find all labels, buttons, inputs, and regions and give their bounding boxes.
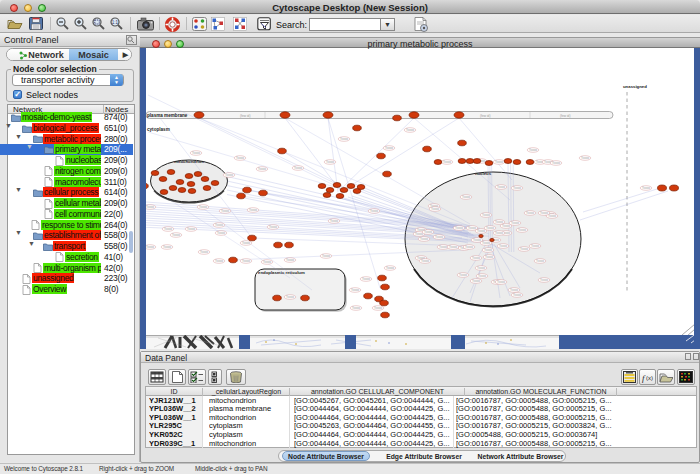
svg-text:mitochondrion: mitochondrion [174, 159, 204, 164]
svg-text:Yxxxxx: Yxxxxx [439, 245, 448, 249]
svg-text:Yxxxxx: Yxxxxx [540, 278, 549, 282]
svg-text:Yxxxxx: Yxxxxx [374, 306, 383, 310]
svg-text:(few id): (few id) [560, 114, 570, 118]
svg-text:Yxxxxx: Yxxxxx [531, 244, 540, 248]
svg-text:Yxxxxx: Yxxxxx [581, 156, 590, 160]
svg-text:Yxxxxx: Yxxxxx [385, 146, 394, 150]
svg-text:Yxxxxx: Yxxxxx [431, 207, 440, 211]
svg-text:Yxxxxx: Yxxxxx [495, 220, 504, 224]
svg-text:Yxxxxx: Yxxxxx [172, 233, 181, 237]
svg-text:Yxxxxx: Yxxxxx [536, 259, 545, 263]
svg-text:(x): (x) [646, 375, 653, 381]
svg-text:plasma membrane: plasma membrane [147, 113, 188, 118]
svg-text:Yxxxxx: Yxxxxx [482, 241, 491, 245]
svg-text:Yxxxxx: Yxxxxx [477, 229, 486, 233]
svg-text:Yxxxxx: Yxxxxx [340, 137, 349, 141]
svg-text:Yxxxxx: Yxxxxx [495, 231, 504, 235]
svg-text:Yxxxxx: Yxxxxx [370, 209, 379, 213]
svg-text:Yxxxxx: Yxxxxx [424, 230, 433, 234]
svg-text:Yxxxxx: Yxxxxx [499, 244, 508, 248]
svg-text:Yxxxxx: Yxxxxx [449, 245, 458, 249]
svg-text:Yxxxxx: Yxxxxx [473, 238, 482, 242]
svg-text:Yxxxxx: Yxxxxx [459, 273, 468, 277]
svg-text:Yxxxxx: Yxxxxx [552, 161, 561, 165]
svg-text:Yxxxxx: Yxxxxx [406, 128, 415, 132]
svg-text:Yxxxxx: Yxxxxx [330, 219, 339, 223]
svg-text:Yxxxxx: Yxxxxx [443, 160, 452, 164]
svg-text:Yxxxxx: Yxxxxx [352, 306, 361, 310]
svg-text:Yxxxxx: Yxxxxx [242, 241, 251, 245]
svg-text:Yxxxxx: Yxxxxx [485, 255, 494, 259]
svg-text:Yxxxxx: Yxxxxx [529, 148, 538, 152]
svg-text:Yxxxxx: Yxxxxx [642, 186, 651, 190]
svg-text:Yxxxxx: Yxxxxx [462, 195, 471, 199]
svg-text:Yxxxxx: Yxxxxx [221, 209, 230, 213]
svg-text:Yxxxxx: Yxxxxx [482, 213, 491, 217]
svg-text:Yxxxxx: Yxxxxx [497, 185, 506, 189]
svg-text:Yxxxxx: Yxxxxx [163, 245, 172, 249]
svg-text:Yxxxxx: Yxxxxx [326, 160, 335, 164]
svg-text:Yxxxxx: Yxxxxx [548, 214, 557, 218]
svg-text:Yxxxxx: Yxxxxx [465, 245, 474, 249]
svg-text:Yxxxxx: Yxxxxx [199, 205, 208, 209]
svg-text:Yxxxxx: Yxxxxx [192, 151, 201, 155]
svg-text:Yxxxxx: Yxxxxx [540, 211, 549, 215]
svg-text:Yxxxxx: Yxxxxx [164, 227, 173, 231]
svg-text:Yxxxxx: Yxxxxx [217, 231, 226, 235]
svg-text:Yxxxxx: Yxxxxx [286, 258, 295, 262]
svg-text:Yxxxxx: Yxxxxx [386, 266, 395, 270]
svg-text:Yxxxxx: Yxxxxx [486, 226, 495, 230]
svg-text:Yxxxxx: Yxxxxx [518, 228, 527, 232]
svg-text:Yxxxxx: Yxxxxx [242, 259, 251, 263]
svg-text:Yxxxxx: Yxxxxx [294, 166, 303, 170]
svg-text:Yxxxxx: Yxxxxx [263, 260, 272, 264]
svg-text:Yxxxxx: Yxxxxx [495, 160, 504, 164]
svg-text:Yxxxxx: Yxxxxx [420, 237, 429, 241]
svg-text:Yxxxxx: Yxxxxx [511, 221, 520, 225]
svg-text:1:1: 1:1 [112, 20, 119, 25]
svg-text:Yxxxxx: Yxxxxx [510, 288, 519, 292]
svg-text:Yxxxxx: Yxxxxx [249, 208, 258, 212]
svg-text:Yxxxxx: Yxxxxx [200, 250, 209, 254]
svg-text:Yxxxxx: Yxxxxx [146, 205, 155, 209]
svg-text:Yxxxxx: Yxxxxx [421, 259, 430, 263]
svg-text:cytoplasm: cytoplasm [147, 127, 170, 132]
svg-text:Yxxxxx: Yxxxxx [187, 227, 196, 231]
svg-text:Yxxxxx: Yxxxxx [497, 280, 506, 284]
svg-text:Yxxxxx: Yxxxxx [286, 295, 295, 299]
svg-text:Yxxxxx: Yxxxxx [477, 266, 486, 270]
svg-text:Yxxxxx: Yxxxxx [478, 274, 487, 278]
svg-text:unassigned: unassigned [623, 84, 647, 89]
svg-text:Yxxxxx: Yxxxxx [215, 259, 224, 263]
svg-text:Yxxxxx: Yxxxxx [484, 248, 493, 252]
svg-text:Yxxxxx: Yxxxxx [215, 223, 224, 227]
svg-text:Yxxxxx: Yxxxxx [472, 279, 481, 283]
svg-text:Yxxxxx: Yxxxxx [472, 256, 481, 260]
svg-text:Yxxxxx: Yxxxxx [520, 247, 529, 251]
svg-text:Yxxxxx: Yxxxxx [362, 277, 371, 281]
svg-text:Yxxxxx: Yxxxxx [513, 293, 522, 297]
svg-text:Yxxxxx: Yxxxxx [258, 167, 267, 171]
svg-text:Yxxxxx: Yxxxxx [468, 226, 477, 230]
svg-text:Yxxxxx: Yxxxxx [225, 173, 234, 177]
svg-text:Yxxxxx: Yxxxxx [455, 226, 464, 230]
svg-text:Yxxxxx: Yxxxxx [322, 254, 331, 258]
svg-text:Yxxxxx: Yxxxxx [526, 211, 535, 215]
svg-text:Yxxxxx: Yxxxxx [513, 186, 522, 190]
svg-text:(few id): (few id) [480, 114, 490, 118]
svg-text:Yxxxxx: Yxxxxx [435, 235, 444, 239]
svg-text:Yxxxxx: Yxxxxx [146, 245, 155, 249]
svg-text:Yxxxxx: Yxxxxx [236, 156, 245, 160]
svg-text:Yxxxxx: Yxxxxx [351, 288, 360, 292]
svg-text:Yxxxxx: Yxxxxx [269, 225, 278, 229]
svg-text:Yxxxxx: Yxxxxx [502, 224, 511, 228]
svg-text:(few id): (few id) [240, 114, 250, 118]
